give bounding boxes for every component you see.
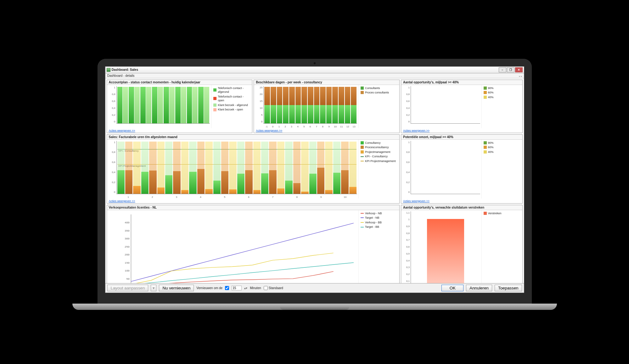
legend-item: 90% [484, 86, 520, 90]
legend-label: Projectmanagement [365, 150, 390, 154]
legend-swatch [484, 212, 487, 215]
legend: Telefonisch contact - afgerondTelefonisc… [211, 85, 252, 128]
minimize-button[interactable]: – [499, 67, 506, 72]
legend-item: KPI - Consultancy [361, 154, 397, 159]
svg-text:150: 150 [125, 261, 130, 264]
refresh-now-button[interactable]: Nu vernieuwen [159, 285, 194, 291]
legend-item: KPI Projectmanagement [361, 159, 397, 163]
ok-button[interactable]: OK [441, 285, 463, 291]
legend: 90%60%40% [481, 140, 522, 199]
interval-checkbox[interactable] [225, 286, 229, 290]
legend-swatch [484, 96, 487, 99]
legend-swatch [484, 141, 487, 144]
legend-item: Procesconsultancy [361, 145, 397, 149]
legend: ConsultancyProcesconsultancyProjectmanag… [358, 140, 399, 199]
actions-link[interactable]: Acties weergeven >> [109, 199, 135, 203]
chart-verstreken: 1,110,90,80,70,60,50,40,30,20,10 Emile H… [401, 210, 481, 283]
panel-title: Accountplan - status contact momenten - … [107, 80, 252, 85]
legend-item: Consultancy [361, 141, 397, 145]
legend-item: Verstreken [484, 211, 520, 216]
legend-swatch [361, 161, 364, 161]
app-window: Dashboard: Sales – ❐ ✕ Dashboard - detai… [105, 66, 524, 293]
actions-link[interactable]: Acties weergeven >> [403, 129, 430, 132]
window-title: Dashboard: Sales [112, 68, 138, 71]
legend-swatch [484, 91, 487, 94]
chart-accountplan: 10,80,60,40,20 [107, 85, 211, 128]
panel-aantal-opp: Aantal opportunity's, mijlpaal >= 40% 10… [401, 80, 522, 133]
panel-title: Verkoopresultaten licenties - NL [107, 205, 400, 210]
legend-item: Target - BB [361, 225, 397, 229]
legend-item: Telefonisch contact - afgerond [213, 86, 250, 94]
legend-label: Proces consultants [365, 91, 389, 95]
legend-label: Verkoop - NB [365, 211, 382, 216]
legend-label: Klant bezoek - open [218, 108, 243, 112]
panel-title: Sales: Facturabele uren t/m afgesloten m… [107, 135, 400, 140]
app-icon [107, 68, 110, 72]
legend-item: Proces consultants [361, 91, 397, 95]
interval-check[interactable] [225, 286, 229, 290]
legend-swatch [361, 222, 364, 223]
line-chart-svg: 050100150200250300350400 [116, 211, 357, 283]
legend-swatch [361, 217, 364, 218]
svg-text:300: 300 [125, 237, 130, 240]
laptop-mockup: Dashboard: Sales – ❐ ✕ Dashboard - detai… [98, 59, 532, 305]
interval-input[interactable] [232, 286, 242, 290]
spinner-icon[interactable]: ▴▾ [244, 286, 247, 290]
layout-button[interactable]: Layout aanpassen [107, 285, 149, 291]
x-axis: 12345678910 [116, 196, 357, 199]
panel-title: Aantal opportunity's, verwachte sluitdat… [401, 205, 522, 210]
legend-label: KPI Projectmanagement [365, 159, 396, 163]
svg-text:200: 200 [125, 253, 130, 256]
legend-swatch [213, 88, 216, 92]
legend: 90%60%40% [481, 85, 522, 128]
actions-link[interactable]: Acties weergeven >> [403, 199, 430, 203]
legend-label: 40% [488, 95, 494, 99]
legend: Verstreken [481, 210, 522, 283]
expand-icon[interactable]: ⌄⌄ [518, 74, 522, 77]
legend-label: Telefonisch contact - open [218, 95, 250, 103]
legend-item: Target - NB [361, 216, 397, 220]
svg-text:250: 250 [125, 245, 130, 248]
legend-item: Telefonisch contact - open [213, 95, 250, 103]
legend-label: 90% [488, 141, 494, 145]
legend-label: 60% [488, 145, 494, 149]
standard-checkbox[interactable] [264, 286, 268, 290]
legend-item: 90% [484, 141, 520, 145]
actions-link[interactable]: Acties weergeven >> [256, 129, 282, 132]
apply-button[interactable]: Toepassen [495, 285, 522, 291]
dashboard-grid: Accountplan - status contact momenten - … [105, 78, 524, 283]
subbar-label: Dashboard - details [107, 74, 135, 77]
subbar: Dashboard - details ⌄⌄ [105, 73, 524, 78]
chart-beschikbare: 2520151050 -1012345678910111213 [254, 85, 358, 128]
legend-label: Verkoop - BB [365, 221, 382, 225]
legend-item: Verkoop - BB [361, 221, 397, 225]
panel-factureer: Sales: Facturabele uren t/m afgesloten m… [107, 134, 400, 204]
legend-item: Projectmanagement [361, 150, 397, 154]
legend-item: 60% [484, 91, 520, 95]
touchpad-notch [280, 307, 349, 310]
cancel-button[interactable]: Annuleren [466, 285, 492, 291]
panel-accountplan: Accountplan - status contact momenten - … [107, 80, 253, 133]
legend-label: 60% [488, 91, 494, 95]
legend-label: Verstreken [488, 211, 502, 216]
titlebar: Dashboard: Sales – ❐ ✕ [105, 67, 524, 73]
standard-check[interactable]: Standaard [264, 286, 283, 290]
actions-link[interactable]: Acties weergeven >> [109, 129, 135, 132]
legend-swatch [213, 104, 216, 107]
legend-swatch [361, 156, 364, 157]
legend-label: Telefonisch contact - afgerond [218, 86, 250, 94]
layout-dropdown[interactable]: ▾ [151, 285, 156, 291]
chart-licenties: 050100150200250300350400 123456789101112 [107, 210, 359, 283]
refresh-at-label: Vernieuwen om de [196, 286, 222, 290]
legend-item: 40% [484, 95, 520, 99]
maximize-button[interactable]: ❐ [507, 67, 514, 72]
svg-text:100: 100 [125, 269, 130, 272]
panel-beschikbare: Beschikbare dagen - per week - consultan… [254, 80, 400, 133]
legend-label: Procesconsultancy [365, 145, 389, 149]
close-button[interactable]: ✕ [515, 67, 523, 72]
panel-verstreken: Aantal opportunity's, verwachte sluitdat… [401, 205, 522, 283]
legend-item: 40% [484, 150, 520, 154]
chart-factureer: 10,80,60,40,20 KPI - Consultancy KPI Pro… [107, 140, 359, 199]
chart-potentiele: 10,80,60,40,20 [401, 140, 481, 199]
legend-swatch [361, 141, 364, 144]
